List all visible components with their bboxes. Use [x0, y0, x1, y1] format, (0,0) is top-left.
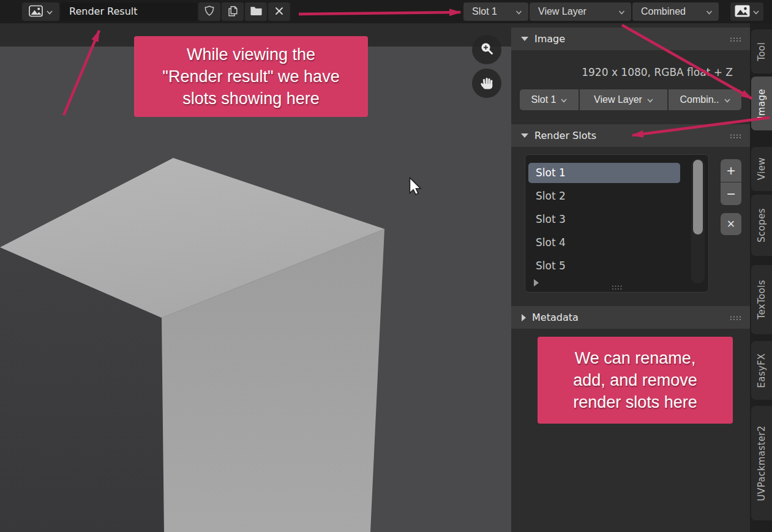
annotation-box-slots: While viewing the "Render result" we hav…: [134, 36, 368, 117]
render-result-image: [0, 47, 513, 532]
slots-scrollbar-thumb[interactable]: [693, 160, 703, 234]
sidebar-slot-dropdown[interactable]: Slot 1: [520, 89, 579, 110]
tab-easyfx[interactable]: EasyFX: [751, 341, 772, 400]
unlink-image-button[interactable]: [268, 2, 290, 21]
header-left-group: Render Result: [22, 2, 290, 21]
sidebar-view-layer-dropdown[interactable]: View Layer: [580, 89, 667, 110]
chevron-down-icon: [618, 6, 625, 17]
tab-textools[interactable]: TexTools: [751, 265, 772, 334]
panel-grip-icon[interactable]: [730, 312, 741, 323]
image-panel-header[interactable]: Image: [511, 28, 750, 50]
slots-scrollbar[interactable]: [691, 159, 705, 283]
magnifier-plus-icon: [479, 41, 495, 59]
sidebar-slot-value: Slot 1: [531, 94, 557, 105]
clear-slot-button[interactable]: ×: [721, 213, 741, 235]
folder-icon: [250, 6, 263, 18]
chevron-down-icon: [724, 94, 730, 105]
add-slot-button[interactable]: +: [721, 159, 741, 182]
image-editor-icon: [29, 5, 43, 19]
tab-scopes[interactable]: Scopes: [751, 195, 772, 256]
chevron-down-icon: [515, 6, 522, 17]
close-icon: [275, 7, 283, 17]
image-settings-row: Slot 1 View Layer Combin..: [520, 89, 741, 110]
chevron-down-icon: [47, 7, 53, 17]
annotation-box-rename: We can rename, add, and remove render sl…: [538, 337, 733, 424]
render-slots-panel-title: Render Slots: [534, 130, 596, 141]
new-image-button[interactable]: [222, 2, 244, 21]
list-resize-grip-icon[interactable]: [612, 281, 622, 293]
collapsed-triangle-icon: [522, 314, 526, 321]
sidebar-panel-region: Image 1920 x 1080, RGBA float + Z Slot 1…: [511, 23, 750, 532]
expand-triangle-icon: [521, 37, 528, 41]
open-image-button[interactable]: [245, 2, 267, 21]
remove-slot-button[interactable]: −: [721, 182, 741, 205]
tab-tool[interactable]: Tool: [751, 29, 772, 73]
metadata-panel-header[interactable]: Metadata: [511, 306, 750, 329]
hand-icon: [479, 74, 495, 92]
render-pass-dropdown[interactable]: Combined: [632, 2, 719, 21]
slot-list-item[interactable]: Slot 3: [528, 209, 680, 230]
panel-grip-icon[interactable]: [730, 33, 741, 45]
duplicate-icon: [227, 5, 239, 19]
shield-icon: [203, 5, 215, 19]
render-pass-dropdown-value: Combined: [641, 6, 686, 17]
view-layer-dropdown[interactable]: View Layer: [530, 2, 631, 21]
render-slots-list: Slot 1 Slot 2 Slot 3 Slot 4 Slot 5: [525, 154, 709, 293]
expand-triangle-icon: [521, 133, 528, 138]
chevron-down-icon: [706, 6, 713, 17]
sidebar-view-layer-value: View Layer: [594, 94, 642, 105]
rendered-cube: [0, 47, 513, 532]
slot-dropdown[interactable]: Slot 1: [463, 2, 528, 21]
slot-dropdown-value: Slot 1: [472, 6, 497, 17]
image-filled-icon: [735, 5, 750, 19]
blender-window: Render Result: [0, 0, 772, 532]
slot-list-item[interactable]: Slot 4: [528, 233, 680, 253]
chevron-down-icon: [561, 94, 567, 105]
image-pin-button[interactable]: [730, 2, 763, 21]
slot-list-item[interactable]: Slot 1: [528, 163, 680, 183]
tab-uvpackmaster2[interactable]: UVPackmaster2: [751, 406, 772, 520]
editor-type-button[interactable]: [22, 2, 59, 21]
pan-gizmo-button[interactable]: [472, 69, 501, 98]
tab-view[interactable]: View: [751, 147, 772, 191]
chevron-down-icon: [753, 7, 759, 17]
sidebar-pass-dropdown[interactable]: Combin..: [669, 89, 741, 110]
image-name-field[interactable]: Render Result: [61, 2, 197, 21]
image-panel-title: Image: [534, 33, 565, 45]
zoom-gizmo-button[interactable]: [472, 35, 501, 64]
slot-list-item[interactable]: Slot 2: [528, 186, 680, 206]
tab-image[interactable]: Image: [751, 77, 772, 130]
chevron-down-icon: [647, 94, 653, 105]
panel-grip-icon[interactable]: [730, 130, 741, 141]
header-right-group: Slot 1 View Layer Combined: [463, 2, 763, 21]
list-filter-triangle-icon[interactable]: [534, 279, 539, 287]
fake-user-button[interactable]: [198, 2, 220, 21]
render-slots-panel-header[interactable]: Render Slots: [511, 124, 750, 147]
sidebar-tabs: Tool Image View Scopes TexTools EasyFX U…: [750, 23, 772, 532]
sidebar-pass-value: Combin..: [680, 94, 719, 105]
image-info-text: 1920 x 1080, RGBA float + Z: [582, 66, 733, 78]
view-layer-dropdown-value: View Layer: [538, 6, 586, 17]
image-editor-header: Render Result: [0, 0, 772, 23]
metadata-panel-title: Metadata: [532, 312, 579, 323]
slot-list-item[interactable]: Slot 5: [528, 256, 680, 276]
